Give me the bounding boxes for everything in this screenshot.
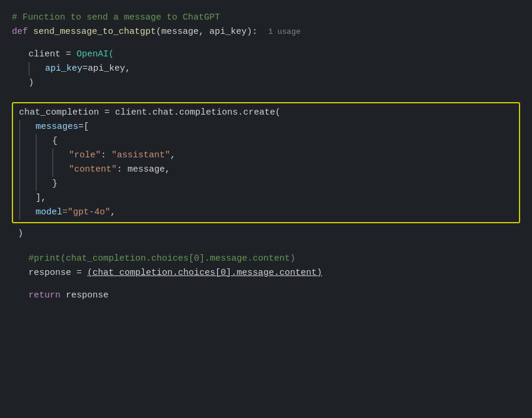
close-brace-line: } [13, 177, 519, 191]
def-keyword: def [12, 25, 28, 39]
messages-line: messages =[ [13, 120, 519, 134]
comment-text: # Function to send a message to ChatGPT [12, 11, 220, 25]
response-line: response = (chat_completion.choices[0].m… [12, 266, 520, 280]
highlighted-block: chat_completion = client.chat.completion… [12, 102, 520, 223]
open-brace-line: { [13, 134, 519, 148]
comment-print-line: #print(chat_completion.choices[0].messag… [12, 252, 520, 266]
role-line: "role" : "assistant" , [13, 148, 519, 163]
content-line: "content" : message , [13, 163, 519, 177]
return-line: return response [12, 289, 520, 303]
func-name: send_message_to_chatgpt [33, 25, 156, 39]
usage-label: 1 usage [268, 26, 301, 39]
close-bracket-line: ], [13, 191, 519, 205]
chat-completion-line: chat_completion = client.chat.completion… [13, 106, 519, 120]
comment-line: # Function to send a message to ChatGPT [12, 11, 520, 25]
model-line: model ="gpt-4o" , [13, 205, 519, 220]
client-assign-line: client = OpenAI( [12, 48, 520, 62]
close-paren-line: ) [12, 76, 520, 90]
func-params: (message, api_key): [156, 25, 257, 39]
code-editor: # Function to send a message to ChatGPT … [0, 0, 532, 418]
close-paren2-line: ) [12, 227, 520, 241]
api-key-line: api_key =api_key, [12, 62, 520, 76]
def-line: def send_message_to_chatgpt (message, ap… [12, 25, 520, 39]
